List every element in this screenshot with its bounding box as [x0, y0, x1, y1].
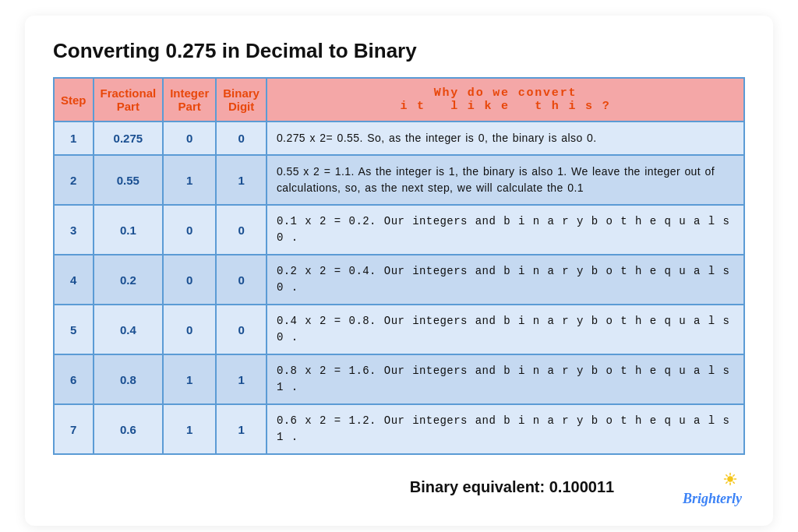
cell-why: 0.6 x 2 = 1.2. Our integers and b i n a … — [267, 404, 744, 454]
cell-binary: 1 — [216, 354, 267, 404]
cell-step: 2 — [54, 155, 94, 205]
cell-why: 0.55 x 2 = 1.1. As the integer is 1, the… — [267, 155, 744, 205]
cell-binary: 0 — [216, 122, 267, 155]
brighterly-sun-icon — [719, 467, 742, 491]
cell-why: 0.8 x 2 = 1.6. Our integers and b i n a … — [267, 354, 744, 404]
cell-integer: 1 — [163, 155, 216, 205]
cell-step: 4 — [54, 255, 94, 305]
logo: Brighterly — [664, 467, 742, 507]
table-row: 50.4000.4 x 2 = 0.8. Our integers and b … — [54, 305, 744, 354]
table-row: 60.8110.8 x 2 = 1.6. Our integers and b … — [54, 354, 744, 404]
cell-integer: 1 — [163, 354, 216, 404]
table-row: 10.275000.275 x 2= 0.55. So, as the inte… — [54, 122, 744, 155]
cell-integer: 0 — [163, 255, 216, 305]
cell-fractional: 0.8 — [94, 354, 164, 404]
svg-line-2 — [733, 475, 735, 477]
table-row: 30.1000.1 x 2 = 0.2. Our integers and b … — [54, 205, 744, 255]
col-header-why: Why do we converti t l i k e t h i s ? — [267, 78, 744, 122]
cell-why: 0.275 x 2= 0.55. So, as the integer is 0… — [267, 122, 744, 155]
cell-binary: 0 — [216, 305, 267, 354]
cell-binary: 0 — [216, 205, 267, 255]
cell-binary: 1 — [216, 155, 267, 205]
cell-integer: 1 — [163, 404, 216, 454]
main-card: Converting 0.275 in Decimal to Binary St… — [25, 16, 773, 526]
svg-line-6 — [726, 482, 728, 484]
cell-why: 0.2 x 2 = 0.4. Our integers and b i n a … — [267, 255, 744, 305]
cell-step: 7 — [54, 404, 94, 454]
footer: Binary equivalent: 0.100011 — [53, 467, 745, 507]
col-header-step: Step — [54, 78, 94, 122]
cell-fractional: 0.4 — [94, 305, 164, 354]
cell-integer: 0 — [163, 305, 216, 354]
cell-integer: 0 — [163, 122, 216, 155]
cell-fractional: 0.2 — [94, 255, 164, 305]
cell-step: 3 — [54, 205, 94, 255]
binary-result: Binary equivalent: 0.100011 — [360, 478, 664, 496]
svg-line-4 — [733, 482, 735, 484]
cell-step: 6 — [54, 354, 94, 404]
table-row: 70.6110.6 x 2 = 1.2. Our integers and b … — [54, 404, 744, 454]
table-header-row: Step FractionalPart IntegerPart BinaryDi… — [54, 78, 744, 122]
cell-why: 0.1 x 2 = 0.2. Our integers and b i n a … — [267, 205, 744, 255]
svg-line-8 — [726, 475, 728, 477]
cell-fractional: 0.55 — [94, 155, 164, 205]
cell-binary: 1 — [216, 404, 267, 454]
col-header-fractional: FractionalPart — [94, 78, 164, 122]
cell-step: 1 — [54, 122, 94, 155]
conversion-table: Step FractionalPart IntegerPart BinaryDi… — [53, 77, 745, 455]
cell-why: 0.4 x 2 = 0.8. Our integers and b i n a … — [267, 305, 744, 354]
cell-integer: 0 — [163, 205, 216, 255]
svg-point-0 — [727, 476, 733, 482]
cell-binary: 0 — [216, 255, 267, 305]
cell-fractional: 0.6 — [94, 404, 164, 454]
col-header-binary: BinaryDigit — [216, 78, 267, 122]
cell-fractional: 0.275 — [94, 122, 164, 155]
col-header-integer: IntegerPart — [163, 78, 216, 122]
table-row: 20.55110.55 x 2 = 1.1. As the integer is… — [54, 155, 744, 205]
page-title: Converting 0.275 in Decimal to Binary — [53, 39, 745, 63]
table-row: 40.2000.2 x 2 = 0.4. Our integers and b … — [54, 255, 744, 305]
cell-step: 5 — [54, 305, 94, 354]
cell-fractional: 0.1 — [94, 205, 164, 255]
logo-text: Brighterly — [683, 491, 742, 507]
